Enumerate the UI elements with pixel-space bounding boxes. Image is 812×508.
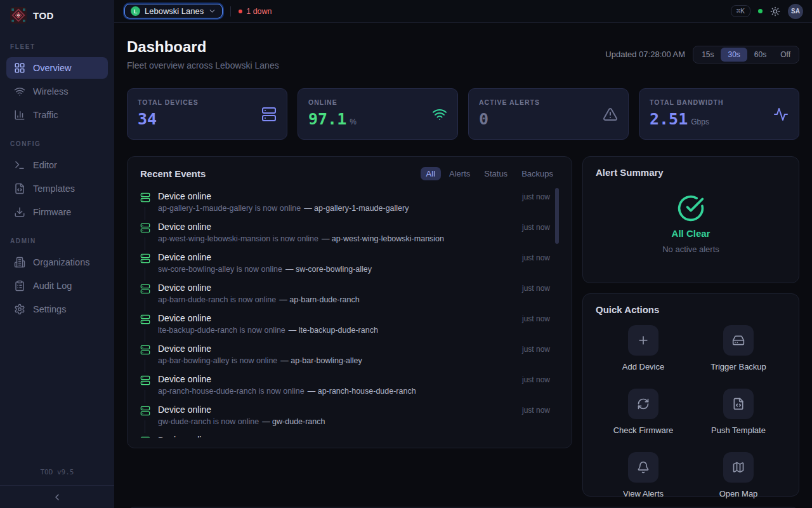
alert-triangle-icon	[603, 107, 618, 122]
sidebar: TOD FLEET Overview Wireless Traffic CONF…	[0, 0, 114, 508]
server-icon	[140, 345, 150, 355]
alert-status-text: All Clear	[672, 228, 710, 239]
page-subtitle: Fleet overview across Lebowski Lanes	[127, 60, 279, 70]
alert-summary-panel: Alert Summary All Clear No active alerts	[582, 156, 799, 283]
trigger-backup-button[interactable]: Trigger Backup	[691, 325, 786, 371]
recent-events-panel: Recent Events All Alerts Status Backups …	[127, 156, 572, 448]
tab-all[interactable]: All	[421, 167, 441, 180]
server-icon	[140, 436, 150, 438]
event-row: Device onlinejust now ap-west-wing-lebow…	[140, 217, 559, 248]
clipboard-icon	[14, 280, 25, 291]
total-devices-value: 34	[138, 110, 157, 128]
brand: TOD	[0, 0, 114, 30]
file-code-icon	[732, 398, 745, 410]
nav-section-config: CONFIG	[0, 128, 114, 152]
stat-active-alerts: ACTIVE ALERTS 0	[468, 88, 629, 140]
sidebar-item-audit-log[interactable]: Audit Log	[6, 275, 108, 297]
server-icon	[140, 406, 150, 416]
app-version: TOD v9.5	[0, 463, 114, 485]
view-alerts-button[interactable]: View Alerts	[596, 452, 691, 498]
event-row: Device onlinejust now ap-barn-dude-ranch…	[140, 278, 559, 309]
command-palette-button[interactable]: ⌘K	[731, 5, 750, 17]
page-title: Dashboard	[127, 38, 279, 56]
event-row: Device onlinejust now gw-dude-ranch is n…	[140, 400, 559, 431]
server-icon	[140, 284, 150, 294]
sidebar-nav: FLEET Overview Wireless Traffic CONFIG E…	[0, 30, 114, 457]
server-icon	[261, 107, 277, 122]
terminal-icon	[14, 159, 25, 171]
events-list: Device onlinejust now ap-gallery-1-maude…	[140, 187, 559, 438]
server-icon	[140, 253, 150, 264]
sidebar-collapse-button[interactable]	[0, 485, 114, 508]
push-template-button[interactable]: Push Template	[691, 389, 786, 435]
topbar: L Lebowski Lanes 1 down ⌘K SA	[114, 0, 812, 23]
building-icon	[14, 257, 25, 268]
open-map-button[interactable]: Open Map	[691, 452, 786, 498]
main-content: Dashboard Fleet overview across Lebowski…	[114, 23, 812, 508]
event-row: Device onlinejust now ap-bar-bowling-all…	[140, 339, 559, 370]
server-icon	[140, 223, 150, 233]
devices-down-status[interactable]: 1 down	[239, 7, 272, 16]
active-alerts-value: 0	[479, 110, 488, 128]
sidebar-item-editor[interactable]: Editor	[6, 154, 108, 176]
server-icon	[140, 314, 150, 324]
refresh-interval-control: 15s 30s 60s Off	[693, 46, 799, 64]
events-scrollbar-thumb[interactable]	[555, 188, 559, 244]
wifi-icon	[14, 86, 25, 97]
alert-detail-text: No active alerts	[662, 244, 719, 254]
sidebar-item-wireless[interactable]: Wireless	[6, 81, 108, 102]
theme-toggle-sun-icon[interactable]	[770, 6, 780, 17]
check-firmware-button[interactable]: Check Firmware	[596, 389, 691, 435]
server-icon	[140, 192, 150, 203]
events-filter-tabs: All Alerts Status Backups	[421, 167, 559, 180]
event-row: Device onlinejust now	[140, 431, 559, 438]
bandwidth-value: 2.51	[650, 110, 688, 128]
tab-status[interactable]: Status	[478, 167, 513, 180]
hard-drive-icon	[732, 334, 745, 347]
right-column: Alert Summary All Clear No active alerts…	[582, 156, 799, 497]
activity-icon	[773, 107, 789, 122]
recent-events-title: Recent Events	[140, 168, 206, 179]
bar-chart-icon	[14, 109, 25, 121]
download-icon	[14, 206, 25, 218]
sidebar-item-settings[interactable]: Settings	[6, 298, 108, 320]
circle-check-icon	[677, 194, 705, 222]
event-row: Device onlinejust now ap-gallery-1-maude…	[140, 187, 559, 217]
event-row: Device onlinejust now ap-ranch-house-dud…	[140, 370, 559, 400]
wifi-icon	[432, 107, 447, 122]
nav-section-admin: ADMIN	[0, 225, 114, 250]
sidebar-item-overview[interactable]: Overview	[6, 57, 108, 79]
quick-actions-title: Quick Actions	[596, 304, 786, 315]
event-row: Device onlinejust now sw-core-bowling-al…	[140, 248, 559, 278]
grid-icon	[14, 62, 25, 74]
sidebar-footer: TOD v9.5	[0, 457, 114, 508]
connection-status-dot	[758, 9, 763, 13]
gear-icon	[14, 304, 25, 315]
stat-total-devices: TOTAL DEVICES 34	[127, 88, 287, 140]
interval-off-button[interactable]: Off	[773, 48, 797, 62]
user-avatar[interactable]: SA	[788, 4, 803, 19]
tab-alerts[interactable]: Alerts	[443, 167, 476, 180]
stat-cards: TOTAL DEVICES 34 ONLINE 97.1 % ACTIVE AL…	[127, 88, 799, 140]
interval-60s-button[interactable]: 60s	[747, 48, 773, 62]
event-row: Device onlinejust now lte-backup-dude-ra…	[140, 309, 559, 339]
file-code-icon	[14, 183, 25, 194]
org-selector[interactable]: L Lebowski Lanes	[124, 4, 223, 18]
nav-section-fleet: FLEET	[0, 30, 114, 55]
map-icon	[732, 461, 745, 474]
stat-online: ONLINE 97.1 %	[298, 88, 458, 140]
server-icon	[140, 375, 150, 385]
interval-15s-button[interactable]: 15s	[695, 48, 721, 62]
chevron-left-icon	[52, 492, 62, 502]
org-initial-badge: L	[131, 6, 140, 16]
stat-total-bandwidth: TOTAL BANDWIDTH 2.51 Gbps	[639, 88, 799, 140]
sidebar-item-traffic[interactable]: Traffic	[6, 104, 108, 126]
sidebar-item-templates[interactable]: Templates	[6, 178, 108, 199]
sidebar-item-organizations[interactable]: Organizations	[6, 251, 108, 273]
quick-actions-panel: Quick Actions Add Device Trigger Backup	[582, 293, 799, 497]
plus-icon	[637, 334, 650, 347]
add-device-button[interactable]: Add Device	[596, 325, 691, 371]
interval-30s-button[interactable]: 30s	[721, 48, 747, 62]
sidebar-item-firmware[interactable]: Firmware	[6, 201, 108, 223]
tab-backups[interactable]: Backups	[516, 167, 559, 180]
